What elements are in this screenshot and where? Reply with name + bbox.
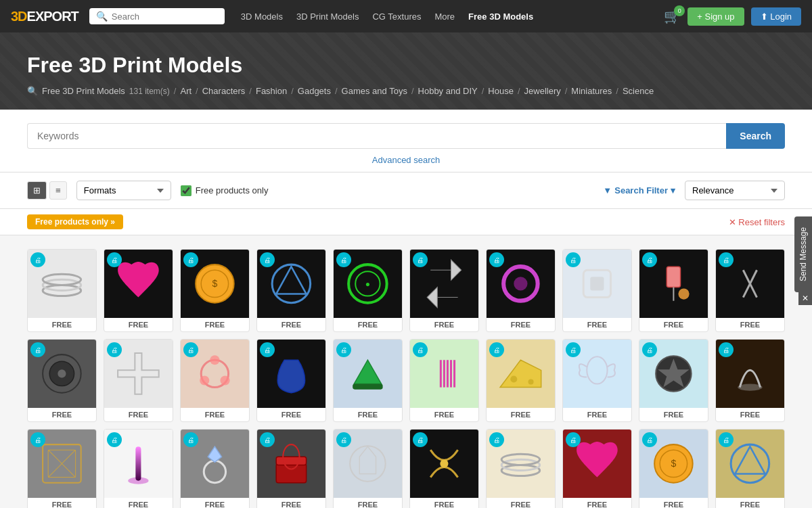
- product-card[interactable]: 🖨 $ FREE: [639, 429, 708, 508]
- product-card[interactable]: 🖨 FREE: [486, 249, 556, 332]
- product-card[interactable]: 🖨 FREE: [715, 249, 785, 332]
- print-badge: 🖨: [642, 342, 657, 357]
- product-price-label: FREE: [563, 318, 631, 331]
- nav-free-3d-models[interactable]: Free 3D Models: [468, 11, 533, 22]
- product-card[interactable]: 🖨 FREE: [180, 429, 250, 508]
- product-card[interactable]: 🖨 FREE: [639, 339, 708, 422]
- list-view-button[interactable]: ≡: [49, 181, 67, 200]
- product-card[interactable]: 🖨 FREE: [256, 249, 326, 332]
- send-message-button[interactable]: Send Message: [794, 216, 812, 292]
- product-card[interactable]: 🖨 FREE: [562, 339, 632, 422]
- product-price-label: FREE: [257, 498, 325, 508]
- nav-more[interactable]: More: [434, 11, 455, 22]
- product-card[interactable]: 🖨 FREE: [104, 429, 173, 508]
- svg-marker-7: [276, 267, 306, 294]
- svg-point-22: [58, 369, 66, 377]
- product-card[interactable]: 🖨 FREE: [486, 429, 556, 508]
- product-card[interactable]: 🖨 FREE: [562, 249, 632, 332]
- cat-fashion[interactable]: Fashion: [256, 86, 287, 96]
- product-price-label: FREE: [563, 498, 631, 508]
- product-card[interactable]: 🖨 FREE: [180, 339, 250, 422]
- product-card[interactable]: 🖨 FREE: [409, 429, 479, 508]
- cat-characters[interactable]: Characters: [202, 86, 246, 96]
- product-card[interactable]: 🖨 FREE: [409, 339, 479, 422]
- product-card[interactable]: 🖨 FREE: [27, 339, 97, 422]
- product-card[interactable]: 🖨 FREE: [715, 339, 785, 422]
- print-badge: 🖨: [107, 252, 122, 267]
- signup-button[interactable]: + Sign up: [687, 7, 744, 26]
- search-button[interactable]: Search: [726, 123, 785, 149]
- nav-3d-models[interactable]: 3D Models: [241, 11, 283, 22]
- product-card[interactable]: 🖨 FREE: [639, 249, 708, 332]
- product-card[interactable]: 🖨 FREE: [715, 429, 785, 508]
- svg-text:$: $: [212, 279, 218, 290]
- product-price-label: FREE: [563, 408, 631, 421]
- svg-point-36: [587, 356, 607, 384]
- print-badge: 🖨: [336, 432, 351, 447]
- nav-3d-print-models[interactable]: 3D Print Models: [296, 11, 359, 22]
- cat-house[interactable]: House: [488, 86, 514, 96]
- product-card[interactable]: 🖨 FREE: [562, 429, 632, 508]
- product-card[interactable]: 🖨 FREE: [256, 339, 326, 422]
- product-card[interactable]: 🖨 ● FREE: [333, 249, 403, 332]
- search-row: Search: [27, 123, 785, 149]
- search-icon: 🔍: [96, 11, 108, 22]
- active-filter-tag[interactable]: Free products only »: [27, 214, 123, 229]
- advanced-search-link[interactable]: Advanced search: [372, 155, 440, 165]
- product-price-label: FREE: [104, 408, 173, 421]
- search-filter-button[interactable]: ▼ Search Filter ▾: [603, 185, 675, 195]
- svg-marker-58: [735, 446, 765, 474]
- product-price-label: FREE: [639, 318, 708, 331]
- product-card[interactable]: 🖨 FREE: [256, 429, 326, 508]
- product-card[interactable]: 🖨 FREE: [104, 339, 173, 422]
- login-button[interactable]: ⬆ Login: [751, 7, 801, 26]
- send-message-close[interactable]: ✕: [798, 292, 812, 305]
- filter-btn-label: Search Filter: [614, 185, 668, 195]
- product-price-label: FREE: [104, 318, 173, 331]
- print-badge: 🖨: [107, 342, 122, 357]
- svg-point-34: [510, 376, 517, 383]
- print-badge: 🖨: [107, 432, 122, 447]
- filter-icon: ▼: [603, 185, 612, 195]
- print-badge: 🖨: [566, 252, 581, 267]
- nav-cg-textures[interactable]: CG Textures: [372, 11, 421, 22]
- cat-science[interactable]: Science: [623, 86, 654, 96]
- sort-select[interactable]: Relevance Newest Most Popular Price: Low…: [685, 181, 785, 200]
- product-card[interactable]: 🖨 $ FREE: [180, 249, 250, 332]
- header-search-input[interactable]: [112, 11, 218, 22]
- product-card[interactable]: 🖨 FREE: [333, 339, 403, 422]
- cat-hobby-and-diy[interactable]: Hobby and DIY: [418, 86, 478, 96]
- advanced-search-link-container: Advanced search: [27, 154, 785, 165]
- cat-gadgets[interactable]: Gadgets: [298, 86, 331, 96]
- keyword-search-input[interactable]: [27, 123, 726, 149]
- product-card[interactable]: 🖨 FREE: [27, 249, 97, 332]
- cat-miniatures[interactable]: Miniatures: [571, 86, 612, 96]
- svg-rect-46: [276, 463, 306, 482]
- page-banner: Free 3D Print Models 🔍 Free 3D Print Mod…: [0, 32, 812, 110]
- grid-view-button[interactable]: ⊞: [27, 181, 47, 200]
- free-only-checkbox[interactable]: [181, 185, 191, 196]
- cat-jewellery[interactable]: Jewellery: [524, 86, 561, 96]
- product-price-label: FREE: [716, 408, 784, 421]
- svg-rect-47: [276, 457, 306, 465]
- svg-point-44: [204, 461, 225, 482]
- search-breadcrumb-icon: 🔍: [27, 86, 38, 96]
- cart-button[interactable]: 🛒 0: [664, 8, 681, 24]
- product-card[interactable]: 🖨 FREE: [486, 339, 556, 422]
- product-card[interactable]: 🖨 FREE: [104, 249, 173, 332]
- print-badge: 🖨: [183, 432, 198, 447]
- logo[interactable]: 3DEXPORT: [11, 9, 78, 24]
- formats-select[interactable]: Formats: [76, 181, 171, 200]
- print-badge: 🖨: [30, 252, 45, 267]
- product-price-label: FREE: [716, 318, 784, 331]
- product-card[interactable]: 🖨 FREE: [27, 429, 97, 508]
- print-badge: 🖨: [413, 432, 428, 447]
- print-badge: 🖨: [489, 252, 504, 267]
- reset-filters-link[interactable]: ✕ Reset filters: [729, 217, 785, 227]
- breadcrumb-home[interactable]: Free 3D Print Models: [42, 86, 125, 96]
- header-search-box: 🔍: [89, 8, 225, 24]
- product-card[interactable]: 🖨 FREE: [333, 429, 403, 508]
- product-card[interactable]: 🖨 FREE: [409, 249, 479, 332]
- cat-art[interactable]: Art: [180, 86, 191, 96]
- cat-games-and-toys[interactable]: Games and Toys: [342, 86, 407, 96]
